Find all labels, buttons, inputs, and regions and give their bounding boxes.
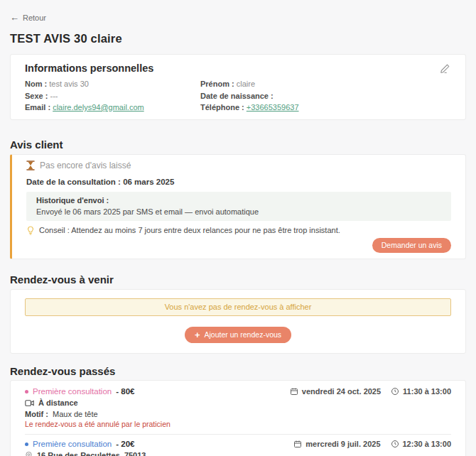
back-link[interactable]: ← Retour — [10, 13, 46, 22]
appointment-location-label: 16 Rue des Reculettes, 75013 — [37, 451, 146, 456]
field-naissance-label: Date de naissance : — [200, 92, 274, 100]
send-history-box: Historique d'envoi : Envoyé le 06 mars 2… — [26, 192, 451, 221]
appointment-time: 12:30 à 13:00 — [403, 440, 452, 448]
field-nom-label: Nom : — [25, 80, 47, 88]
past-appointments-card: Première consultation - 80€ vendredi 24 … — [10, 380, 466, 456]
field-prenom: Prénom : claire — [200, 80, 299, 88]
calendar-icon — [293, 440, 302, 448]
send-history-entry: Envoyé le 06 mars 2025 par SMS et email … — [36, 208, 441, 216]
appointment-motif: Motif : Maux de tête — [25, 410, 451, 418]
calendar-icon — [290, 387, 298, 396]
lightbulb-icon — [26, 226, 35, 235]
appointments-divider — [25, 434, 451, 435]
consultation-date-value: 06 mars 2025 — [123, 178, 174, 186]
appointment-location: 16 Rue des Reculettes, 75013 — [25, 451, 451, 456]
phone-link[interactable]: +33665359637 — [247, 103, 299, 112]
video-camera-icon — [25, 399, 34, 407]
hourglass-icon — [26, 161, 35, 170]
appointment-row[interactable]: Première consultation - 20€ mercredi 9 j… — [25, 440, 451, 456]
field-naissance: Date de naissance : — [200, 92, 299, 100]
add-appointment-label: Ajouter un rendez-vous — [205, 332, 282, 338]
appointment-type[interactable]: Première consultation — [33, 387, 112, 396]
avis-empty-text: Pas encore d'avis laissé — [40, 161, 131, 170]
field-prenom-value: claire — [237, 80, 255, 88]
pencil-icon — [440, 65, 450, 76]
avis-section-title: Avis client — [10, 139, 466, 151]
tip-row: Conseil : Attendez au moins 7 jours entr… — [26, 226, 451, 235]
clock-icon — [391, 387, 399, 396]
field-email: Email : claire.delys94@gmail.com — [25, 104, 200, 112]
avis-client-card: Pas encore d'avis laissé Date de la cons… — [10, 154, 466, 259]
tip-text: Conseil : Attendez au moins 7 jours entr… — [39, 226, 340, 235]
plus-icon: + — [195, 330, 200, 340]
consultation-date-label: Date de la consultation : — [26, 178, 121, 186]
personal-info-fields: Nom : test avis 30 Sexe : --- Email : cl… — [25, 80, 451, 112]
email-link[interactable]: claire.delys94@gmail.com — [53, 103, 144, 112]
add-appointment-button[interactable]: + Ajouter un rendez-vous — [185, 327, 291, 343]
personal-info-card: Informations personnelles Nom : test avi… — [10, 54, 466, 120]
field-sexe: Sexe : --- — [25, 92, 200, 100]
appointment-mode: À distance — [25, 398, 451, 407]
appointment-date: mercredi 9 juil. 2025 — [305, 440, 380, 448]
arrow-left-icon: ← — [10, 13, 19, 21]
field-prenom-label: Prénom : — [200, 80, 234, 88]
request-review-button[interactable]: Demander un avis — [372, 238, 451, 253]
field-nom-value: test avis 30 — [49, 80, 89, 88]
appointment-time: 11:30 à 13:00 — [403, 387, 451, 396]
appointment-price: - 80€ — [116, 387, 134, 396]
appointment-motif-value: Maux de tête — [53, 410, 98, 418]
appointment-price: - 20€ — [116, 440, 134, 448]
edit-button[interactable] — [438, 63, 451, 75]
upcoming-section-title: Rendez-vous à venir — [10, 273, 466, 286]
back-label: Retour — [23, 13, 46, 22]
avis-empty-state: Pas encore d'avis laissé — [26, 161, 451, 170]
appointment-type[interactable]: Première consultation — [33, 440, 112, 448]
past-section-title: Rendez-vous passés — [10, 365, 466, 377]
field-email-label: Email : — [25, 103, 50, 112]
field-telephone-label: Téléphone : — [200, 103, 244, 112]
field-nom: Nom : test avis 30 — [25, 80, 200, 88]
appointment-mode-label: À distance — [38, 398, 78, 407]
field-sexe-label: Sexe : — [25, 92, 48, 100]
send-history-title: Historique d'envoi : — [36, 197, 441, 205]
client-detail-page: ← Retour TEST AVIS 30 claire Information… — [0, 0, 476, 456]
upcoming-appointments-card: Vous n'avez pas de rendez-vous à affiche… — [10, 289, 466, 354]
appointment-status: Le rendez-vous a été annulé par le prati… — [25, 420, 451, 428]
appointment-motif-label: Motif : — [25, 410, 48, 418]
no-appointments-banner: Vous n'avez pas de rendez-vous à affiche… — [25, 298, 451, 316]
clock-icon — [391, 440, 399, 448]
location-pin-icon — [25, 451, 33, 456]
page-title: TEST AVIS 30 claire — [10, 32, 466, 45]
appointment-row[interactable]: Première consultation - 80€ vendredi 24 … — [25, 387, 451, 428]
field-telephone: Téléphone : +33665359637 — [200, 104, 299, 112]
field-sexe-value: --- — [50, 92, 58, 100]
appointment-type-dot — [25, 443, 28, 446]
appointment-date: vendredi 24 oct. 2025 — [302, 387, 381, 396]
appointment-type-dot — [25, 390, 28, 393]
personal-info-title: Informations personnelles — [25, 63, 153, 74]
consultation-date: Date de la consultation : 06 mars 2025 — [26, 178, 451, 186]
